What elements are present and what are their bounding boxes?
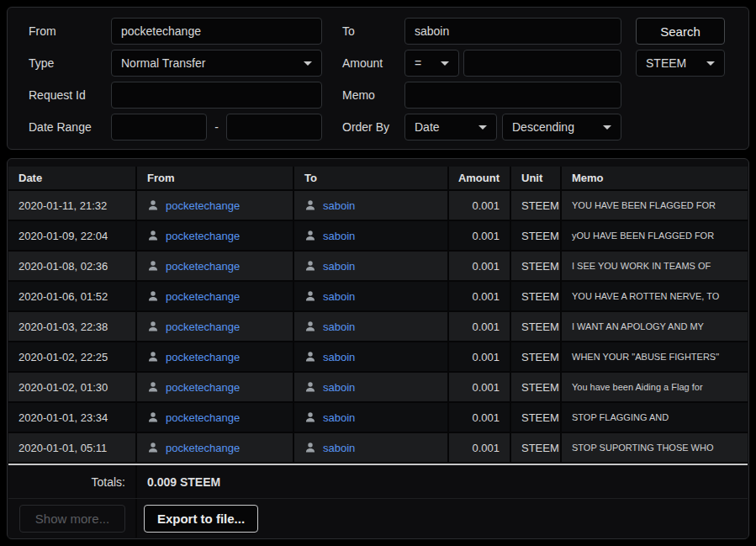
cell-amount: 0.001 xyxy=(449,252,511,280)
to-user-link[interactable]: saboin xyxy=(323,290,355,303)
to-user-link[interactable]: saboin xyxy=(323,442,355,454)
cell-unit: STEEM xyxy=(511,252,562,280)
user-icon xyxy=(147,351,159,363)
amount-label: Amount xyxy=(342,50,404,77)
cell-memo: YOU HAVE BEEN FLAGGED FOR xyxy=(562,191,748,220)
user-icon xyxy=(147,260,159,272)
cell-from: pocketechange xyxy=(137,282,294,310)
user-icon xyxy=(304,321,316,332)
from-user-link[interactable]: pocketechange xyxy=(166,411,240,424)
cell-unit: STEEM xyxy=(511,221,562,250)
cell-from: pocketechange xyxy=(137,221,294,250)
from-user-link[interactable]: pocketechange xyxy=(166,381,240,394)
cell-amount: 0.001 xyxy=(449,373,511,401)
to-user-link[interactable]: saboin xyxy=(323,411,355,424)
from-user-link[interactable]: pocketechange xyxy=(166,290,240,303)
table-row: 2020-01-01, 05:11 pocketechange saboin 0… xyxy=(8,433,748,464)
order-by-field-value: Date xyxy=(415,120,440,134)
cell-memo: You have been Aiding a Flag for xyxy=(562,373,748,401)
cell-date: 2020-01-02, 01:30 xyxy=(8,373,137,401)
cell-to: saboin xyxy=(294,252,449,280)
cell-from: pocketechange xyxy=(137,252,294,280)
table-header-row: Date From To Amount Unit Memo xyxy=(8,167,748,191)
unit-select[interactable]: STEEM xyxy=(636,50,725,77)
cell-amount: 0.001 xyxy=(449,433,511,462)
from-user-link[interactable]: pocketechange xyxy=(166,351,240,363)
column-header-memo: Memo xyxy=(562,167,748,189)
order-by-direction-select[interactable]: Descending xyxy=(502,114,621,140)
user-icon xyxy=(304,290,316,302)
date-range-label: Date Range xyxy=(29,114,111,140)
order-by-field-select[interactable]: Date xyxy=(404,114,497,140)
cell-date: 2020-01-03, 22:38 xyxy=(8,312,137,341)
unit-select-value: STEEM xyxy=(646,56,686,70)
user-icon xyxy=(147,442,159,453)
table-row: 2020-01-08, 02:36 pocketechange saboin 0… xyxy=(8,252,748,282)
cell-to: saboin xyxy=(294,403,449,432)
from-user-link[interactable]: pocketechange xyxy=(166,230,240,242)
cell-amount: 0.001 xyxy=(449,191,511,220)
from-input[interactable] xyxy=(111,18,322,45)
user-icon xyxy=(304,199,316,211)
cell-unit: STEEM xyxy=(511,342,562,371)
to-user-link[interactable]: saboin xyxy=(323,199,355,212)
table-row: 2020-01-01, 23:34 pocketechange saboin 0… xyxy=(8,403,748,433)
user-icon xyxy=(304,381,316,393)
amount-input[interactable] xyxy=(463,50,621,77)
amount-operator-select[interactable]: = xyxy=(404,50,459,77)
memo-input[interactable] xyxy=(404,82,621,109)
show-more-cell: Show more... xyxy=(8,499,137,538)
to-input[interactable] xyxy=(404,18,621,45)
cell-from: pocketechange xyxy=(137,191,294,220)
request-id-label: Request Id xyxy=(29,82,111,109)
cell-memo: yOU HAVE BEEN FLAGGED FOR xyxy=(562,221,748,250)
cell-from: pocketechange xyxy=(137,342,294,371)
type-select-value: Normal Transfer xyxy=(121,56,205,70)
to-user-link[interactable]: saboin xyxy=(323,230,355,242)
user-icon xyxy=(147,290,159,302)
from-user-link[interactable]: pocketechange xyxy=(166,442,240,454)
date-range-end-input[interactable] xyxy=(226,114,322,140)
cell-date: 2020-01-09, 22:04 xyxy=(8,221,137,250)
to-user-link[interactable]: saboin xyxy=(323,351,355,363)
to-user-link[interactable]: saboin xyxy=(323,381,355,394)
request-id-input[interactable] xyxy=(111,82,322,109)
type-label: Type xyxy=(29,50,111,77)
chevron-down-icon xyxy=(706,61,715,66)
show-more-button[interactable]: Show more... xyxy=(19,505,125,533)
cell-unit: STEEM xyxy=(511,312,562,341)
user-icon xyxy=(147,199,159,211)
from-user-link[interactable]: pocketechange xyxy=(166,321,240,333)
cell-memo: I SEE YOU WORK IN TEAMS OF xyxy=(562,252,748,280)
cell-date: 2020-01-08, 02:36 xyxy=(8,252,137,280)
from-user-link[interactable]: pocketechange xyxy=(166,260,240,273)
search-button[interactable]: Search xyxy=(636,18,725,45)
cell-amount: 0.001 xyxy=(449,342,511,371)
export-to-file-button[interactable]: Export to file... xyxy=(144,505,258,533)
table-footer-buttons-row: Show more... Export to file... xyxy=(8,498,748,538)
cell-to: saboin xyxy=(294,433,449,462)
cell-unit: STEEM xyxy=(511,433,562,462)
cell-from: pocketechange xyxy=(137,373,294,401)
search-form-grid: From To Search Type Normal Transfer Amou… xyxy=(8,8,748,140)
user-icon xyxy=(147,321,159,332)
cell-memo: WHEN YOUR "ABUSE FIGHTERS" xyxy=(562,342,748,371)
cell-unit: STEEM xyxy=(511,373,562,401)
cell-amount: 0.001 xyxy=(449,221,511,250)
from-user-link[interactable]: pocketechange xyxy=(166,199,240,212)
user-icon xyxy=(147,381,159,393)
cell-unit: STEEM xyxy=(511,403,562,432)
to-user-link[interactable]: saboin xyxy=(323,260,355,273)
to-user-link[interactable]: saboin xyxy=(323,321,355,333)
cell-amount: 0.001 xyxy=(449,282,511,310)
type-select[interactable]: Normal Transfer xyxy=(111,50,322,77)
cell-to: saboin xyxy=(294,342,449,371)
export-cell: Export to file... xyxy=(137,499,748,538)
results-table-panel: Date From To Amount Unit Memo 2020-01-11… xyxy=(7,158,749,539)
table-body: 2020-01-11, 21:32 pocketechange saboin 0… xyxy=(8,191,748,464)
column-header-amount: Amount xyxy=(449,167,511,189)
search-form-panel: From To Search Type Normal Transfer Amou… xyxy=(7,7,749,150)
date-range-start-input[interactable] xyxy=(111,114,207,140)
cell-to: saboin xyxy=(294,282,449,310)
order-by-group: Date Descending xyxy=(404,114,621,140)
